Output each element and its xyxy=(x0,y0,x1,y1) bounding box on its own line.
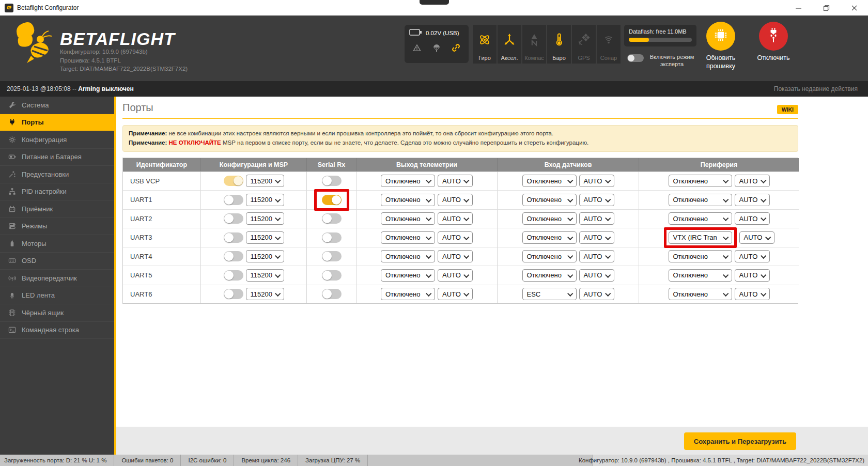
msp-toggle[interactable] xyxy=(224,195,243,205)
peripheral-baud-select[interactable]: AUTO xyxy=(735,212,770,225)
close-button[interactable] xyxy=(840,0,868,15)
sidebar-item-wrench[interactable]: Система xyxy=(0,97,114,114)
msp-baud-select[interactable]: 115200 xyxy=(246,288,284,300)
sensor-input-select[interactable]: ESC xyxy=(522,288,577,300)
peripheral-select[interactable]: Отключено xyxy=(669,194,732,206)
sensor-input-select[interactable]: Отключено xyxy=(522,269,577,282)
msp-toggle[interactable] xyxy=(224,176,243,186)
msp-toggle[interactable] xyxy=(224,213,243,224)
sensor-input-select[interactable]: Отключено xyxy=(522,212,577,225)
sidebar-item-osd[interactable]: OSD xyxy=(0,253,114,270)
peripheral-select[interactable]: VTX (IRC Tran xyxy=(669,231,732,244)
msp-toggle[interactable] xyxy=(224,270,243,281)
telemetry-baud-select[interactable]: AUTO xyxy=(438,250,473,262)
sensor-label: Сонар xyxy=(600,55,617,61)
sensor-baud-select[interactable]: AUTO xyxy=(579,269,614,282)
battery-icon xyxy=(7,153,17,161)
footer-stat: Загрузка ЦПУ: 27 % xyxy=(298,455,368,466)
sidebar-item-motor[interactable]: Моторы xyxy=(0,235,114,253)
expert-mode-toggle[interactable] xyxy=(627,54,644,62)
sidebar-item-label: Видеопередатчик xyxy=(22,274,77,282)
sensor-baud-select[interactable]: AUTO xyxy=(579,175,614,187)
msp-toggle[interactable] xyxy=(224,232,243,243)
sidebar-item-battery[interactable]: Питание и Батарея xyxy=(0,149,114,166)
telemetry-select[interactable]: Отключено xyxy=(381,269,435,282)
telemetry-select[interactable]: Отключено xyxy=(381,212,435,225)
serial-rx-toggle[interactable] xyxy=(322,270,342,281)
telemetry-baud-select[interactable]: AUTO xyxy=(438,231,473,244)
peripheral-select[interactable]: Отключено xyxy=(669,269,732,282)
telemetry-baud-select[interactable]: AUTO xyxy=(438,212,473,225)
sidebar-item-transmitter[interactable]: Приёмник xyxy=(0,200,114,218)
sidebar-item-led[interactable]: LED лента xyxy=(0,287,114,305)
sensor-input-cell: ОтключеноAUTO xyxy=(498,172,639,191)
telemetry-select[interactable]: Отключено xyxy=(381,250,435,262)
sensor-input-cell: ОтключеноAUTO xyxy=(498,247,639,266)
restore-button[interactable] xyxy=(812,0,840,15)
serial-rx-toggle[interactable] xyxy=(322,195,342,205)
peripheral-select[interactable]: Отключено xyxy=(669,288,732,300)
serial-rx-toggle[interactable] xyxy=(322,251,342,261)
telemetry-baud-select[interactable]: AUTO xyxy=(438,175,473,187)
peripheral-baud-select[interactable]: AUTO xyxy=(735,288,770,300)
peripheral-select[interactable]: Отключено xyxy=(669,250,732,262)
serial-rx-toggle[interactable] xyxy=(322,213,342,224)
telemetry-select[interactable]: Отключено xyxy=(381,194,435,206)
sidebar-item-plug[interactable]: Порты xyxy=(0,114,114,132)
sidebar-item-blackbox[interactable]: Чёрный ящик xyxy=(0,304,114,322)
serial-rx-toggle[interactable] xyxy=(322,232,342,243)
sidebar-item-gear[interactable]: Конфигурация xyxy=(0,131,114,149)
show-log-link[interactable]: Показать недавние действия xyxy=(774,85,858,92)
msp-toggle[interactable] xyxy=(224,289,243,299)
sensor-input-select[interactable]: Отключено xyxy=(522,231,577,244)
peripheral-baud-select[interactable]: AUTO xyxy=(735,250,770,262)
wrench-icon xyxy=(7,101,17,109)
peripheral-baud-select[interactable]: AUTO xyxy=(735,175,770,187)
highlight-box xyxy=(314,189,349,211)
msp-baud-select[interactable]: 115200 xyxy=(246,175,284,187)
disconnect-button[interactable]: Отключить xyxy=(745,22,802,63)
sensor-baud-select[interactable]: AUTO xyxy=(579,250,614,262)
peripheral-baud-select[interactable]: AUTO xyxy=(735,269,770,282)
telemetry-select[interactable]: Отключено xyxy=(381,288,435,300)
sensor-baud-select[interactable]: AUTO xyxy=(579,288,614,300)
plug-icon xyxy=(7,118,17,126)
msp-baud-select[interactable]: 115200 xyxy=(246,231,284,244)
peripheral-select[interactable]: Отключено xyxy=(669,212,732,225)
msp-baud-select[interactable]: 115200 xyxy=(246,212,284,225)
sidebar-item-sitemap[interactable]: PID настройки xyxy=(0,183,114,201)
sensor-baud-select[interactable]: AUTO xyxy=(579,231,614,244)
telemetry-baud-select[interactable]: AUTO xyxy=(438,288,473,300)
port-identifier: UART5 xyxy=(123,266,201,285)
serial-rx-cell xyxy=(307,190,357,209)
minimize-button[interactable] xyxy=(784,0,812,15)
serial-rx-toggle[interactable] xyxy=(322,176,342,186)
sidebar-item-antenna[interactable]: Видеопередатчик xyxy=(0,270,114,287)
sensor-baud-select[interactable]: AUTO xyxy=(579,212,614,225)
telemetry-baud-select[interactable]: AUTO xyxy=(438,194,473,206)
sensor-input-select[interactable]: Отключено xyxy=(522,250,577,262)
save-reboot-button[interactable]: Сохранить и Перезагрузить xyxy=(684,432,796,450)
msp-toggle[interactable] xyxy=(224,251,243,261)
telemetry-select[interactable]: Отключено xyxy=(381,231,435,244)
sidebar-item-terminal[interactable]: Командная строка xyxy=(0,322,114,339)
note-line: Примечание: НЕ ОТКЛЮЧАЙТЕ MSP на первом … xyxy=(129,138,792,148)
peripheral-baud-select[interactable]: AUTO xyxy=(739,231,774,244)
sensor-sonar: Сонар xyxy=(597,25,621,64)
sensor-input-select[interactable]: Отключено xyxy=(522,175,577,187)
column-header: Периферия xyxy=(639,158,799,172)
sidebar-item-toggles[interactable]: Режимы xyxy=(0,218,114,236)
msp-baud-select[interactable]: 115200 xyxy=(246,250,284,262)
telemetry-baud-select[interactable]: AUTO xyxy=(438,269,473,282)
serial-rx-toggle[interactable] xyxy=(322,289,342,299)
telemetry-select[interactable]: Отключено xyxy=(381,175,435,187)
sidebar-item-wand[interactable]: Предустановки xyxy=(0,166,114,183)
msp-baud-select[interactable]: 115200 xyxy=(246,194,284,206)
peripheral-select[interactable]: Отключено xyxy=(669,175,732,187)
sensor-input-select[interactable]: Отключено xyxy=(522,194,577,206)
msp-baud-select[interactable]: 115200 xyxy=(246,269,284,282)
sensor-baud-select[interactable]: AUTO xyxy=(579,194,614,206)
peripheral-baud-select[interactable]: AUTO xyxy=(735,194,770,206)
wiki-button[interactable]: WIKI xyxy=(777,105,798,114)
update-firmware-button[interactable]: Обновить прошивку xyxy=(692,22,749,70)
